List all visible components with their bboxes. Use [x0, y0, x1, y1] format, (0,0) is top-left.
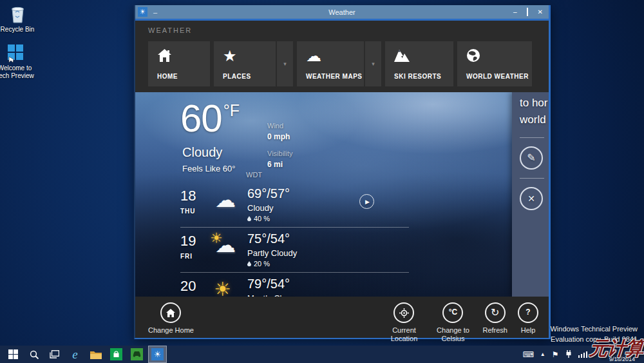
refresh-button[interactable]: ↻ Refresh — [482, 302, 507, 335]
celsius-icon: °C — [442, 302, 463, 323]
welcome-tile-icon — [0, 42, 35, 63]
forecast-day: 19 — [180, 233, 210, 250]
sunny-icon: ☀ — [210, 277, 247, 297]
forecast-precip: 20 % — [247, 260, 413, 268]
chevron-down-icon: ▾ — [372, 61, 375, 67]
search-button[interactable] — [25, 346, 43, 362]
vendor-watermark: 元计算 — [589, 336, 644, 362]
nav-label: HOME — [157, 73, 178, 80]
change-home-button[interactable]: Change Home — [148, 302, 194, 338]
folder-icon — [90, 350, 102, 359]
file-explorer-button[interactable] — [87, 346, 104, 362]
forecast-separator — [180, 227, 409, 228]
forecast-high-low: 75°/54° — [247, 231, 413, 246]
nav-weather-maps-dropdown[interactable]: ▾ — [365, 41, 381, 86]
title-bar[interactable]: ☀ – Weather – ✕ — [135, 5, 549, 19]
weather-window: ☀ – Weather – ✕ WEATHER HOME ★ — [134, 5, 551, 339]
remove-button[interactable]: ✕ — [520, 187, 543, 210]
mountain-icon — [394, 48, 410, 65]
forecast-row[interactable]: 19 FRI ☀ ☁ 75°/54° Partly Cloudy 20 % — [180, 231, 413, 272]
xbox-button[interactable] — [128, 346, 146, 362]
desktop-icon-welcome[interactable]: Welcome to Tech Preview — [0, 42, 35, 80]
change-to-celsius-button[interactable]: °C Change to Celsius — [433, 302, 472, 342]
forecast-row[interactable]: 20 ☀ 79°/54° Mostly Clear — [180, 277, 413, 297]
partly-cloudy-icon: ☀ ☁ — [210, 231, 247, 262]
droplet-icon — [247, 261, 251, 266]
nav-weather-maps-button[interactable]: ☁ WEATHER MAPS — [297, 41, 364, 86]
forecast-weekday: THU — [180, 208, 210, 215]
desktop-icon-recycle-bin[interactable]: Recycle Bin — [0, 3, 38, 34]
show-hidden-icons-chevron[interactable]: ▲ — [540, 352, 545, 357]
flyout-text-line: world — [520, 112, 549, 128]
nav-bar: HOME ★ PLACES ▾ ☁ WEATHER MAPS ▾ — [148, 41, 549, 86]
forecast-condition: Mostly Clear — [247, 293, 413, 297]
minimize-button[interactable]: – — [513, 9, 517, 15]
globe-icon — [466, 48, 480, 65]
window-title: Weather — [135, 8, 549, 16]
appbar-label: Refresh — [482, 326, 507, 335]
start-button[interactable] — [5, 346, 22, 362]
nav-places-dropdown[interactable]: ▾ — [277, 41, 293, 86]
current-weather-panel: 60°F Cloudy Feels Like 60° Wind 0 mph Vi… — [135, 92, 549, 297]
recycle-bin-icon — [0, 3, 38, 24]
home-icon — [157, 48, 172, 65]
weather-sun-icon: ☀ — [151, 348, 164, 360]
weather-taskbar-button[interactable]: ☀ — [149, 346, 166, 362]
appbar-label: Current Location — [384, 326, 423, 342]
play-forecast-button[interactable]: ▶ — [359, 194, 374, 209]
forecast-row[interactable]: 18 THU ☁ 69°/57° Cloudy 40 % ▶ — [180, 186, 413, 227]
task-view-icon — [50, 350, 59, 358]
network-signal-icon[interactable] — [578, 351, 588, 358]
desktop-icon-label: Recycle Bin — [0, 26, 38, 34]
taskbar: e ☀ — [0, 346, 644, 363]
forecast-day: 20 — [180, 278, 210, 295]
appbar-label: Change to Celsius — [433, 326, 472, 342]
flyout-text-line: to hor — [520, 95, 549, 112]
forecast-condition: Cloudy — [247, 203, 413, 213]
feels-like: Feels Like 60° — [182, 164, 236, 173]
flyout-divider — [520, 137, 544, 138]
current-temperature: 60°F — [180, 96, 240, 141]
refresh-icon: ↻ — [485, 302, 506, 323]
forecast-high-low: 69°/57° — [247, 186, 413, 201]
windows-logo-icon — [8, 349, 18, 359]
nav-label: WEATHER MAPS — [306, 73, 362, 80]
nav-label: PLACES — [223, 73, 251, 80]
touch-keyboard-icon[interactable]: ⌨ — [522, 351, 533, 358]
flyout-divider — [520, 178, 544, 179]
store-icon — [110, 348, 122, 360]
power-plug-icon[interactable] — [565, 350, 572, 359]
cloud-map-icon: ☁ — [306, 48, 321, 64]
desktop-icon-label: Welcome to Tech Preview — [0, 64, 35, 80]
task-view-button[interactable] — [46, 346, 63, 362]
maximize-button[interactable] — [527, 9, 528, 15]
action-center-flag-icon[interactable]: ⚑ — [552, 351, 559, 358]
cloudy-icon: ☁ — [210, 186, 247, 217]
edit-button[interactable]: ✎ — [520, 146, 543, 170]
nav-label: SKI RESORTS — [394, 73, 441, 80]
nav-home-button[interactable]: HOME — [148, 41, 210, 86]
nav-ski-resorts-button[interactable]: SKI RESORTS — [385, 41, 453, 86]
nav-places-button[interactable]: ★ PLACES — [214, 41, 276, 86]
droplet-icon — [247, 216, 251, 221]
xbox-icon — [131, 348, 143, 360]
forecast-weekday: FRI — [180, 253, 210, 260]
location-icon — [393, 302, 414, 323]
close-icon: ✕ — [527, 193, 535, 204]
close-button[interactable]: ✕ — [538, 9, 543, 15]
current-location-button[interactable]: Current Location — [384, 302, 423, 342]
home-circle-icon — [160, 302, 181, 323]
app-name-label: WEATHER — [148, 26, 549, 34]
app-bar: Change Home Current Location °C Change t… — [135, 297, 549, 338]
nav-label: WORLD WEATHER — [466, 73, 529, 80]
forecast-high-low: 79°/54° — [247, 277, 413, 291]
appbar-label: Change Home — [148, 326, 194, 335]
nav-world-weather-button[interactable]: WORLD WEATHER — [457, 41, 532, 86]
internet-explorer-button[interactable]: e — [66, 346, 84, 362]
visibility-value: 6 mi — [267, 160, 283, 169]
help-button[interactable]: ? Help — [518, 302, 538, 335]
star-icon: ★ — [223, 48, 237, 64]
store-button[interactable] — [108, 346, 125, 362]
chevron-down-icon: ▾ — [283, 61, 287, 67]
forecast-condition: Partly Cloudy — [247, 248, 413, 258]
